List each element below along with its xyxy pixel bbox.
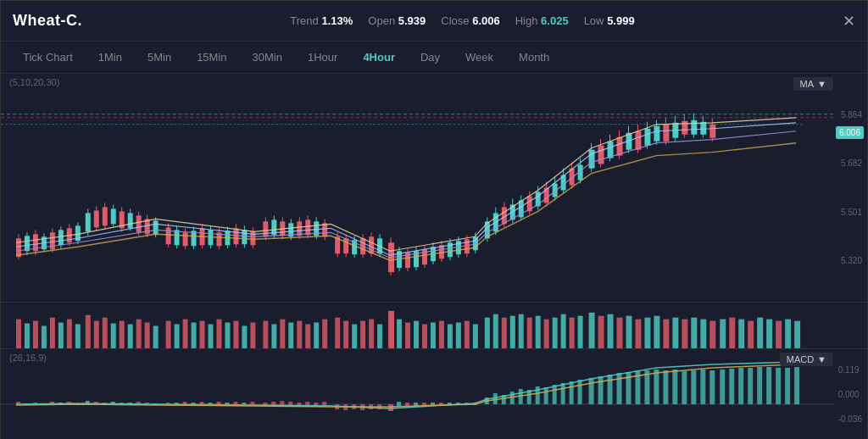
svg-rect-241: [691, 318, 697, 348]
svg-rect-213: [439, 321, 444, 348]
svg-rect-226: [553, 318, 558, 348]
price-stats: Trend 1.13% Open 5.939 Close 6.006 High …: [290, 14, 634, 27]
close-stat: Close 6.006: [441, 14, 499, 27]
candlestick-chart: [1, 74, 833, 302]
svg-rect-204: [360, 321, 365, 348]
svg-rect-170: [58, 323, 64, 348]
svg-rect-174: [94, 321, 99, 348]
svg-rect-189: [225, 323, 230, 348]
svg-rect-343: [785, 368, 790, 404]
svg-rect-317: [544, 387, 548, 404]
svg-rect-207: [388, 311, 394, 348]
svg-rect-138: [598, 146, 604, 164]
macd-chart: (26,16,9) MACD ▼ 0.119 0.000 -0.036: [1, 349, 867, 439]
svg-rect-311: [493, 393, 498, 404]
svg-rect-339: [748, 368, 753, 404]
svg-rect-330: [663, 370, 668, 404]
macd-price-axis: 0.119 0.000 -0.036: [838, 349, 862, 439]
svg-rect-333: [691, 370, 696, 404]
svg-rect-344: [794, 367, 799, 404]
svg-rect-182: [166, 321, 171, 348]
tab-week[interactable]: Week: [455, 46, 504, 69]
svg-rect-323: [598, 376, 604, 404]
svg-rect-320: [570, 381, 574, 404]
svg-rect-220: [502, 318, 507, 348]
svg-rect-196: [288, 323, 293, 348]
svg-rect-225: [544, 320, 549, 348]
svg-rect-216: [465, 321, 470, 348]
svg-rect-287: [280, 401, 284, 405]
volume-bars: [1, 303, 833, 348]
svg-rect-227: [561, 314, 566, 348]
open-stat: Open 5.939: [368, 14, 426, 27]
svg-rect-250: [776, 321, 782, 348]
tab-5min[interactable]: 5Min: [137, 46, 181, 69]
svg-rect-245: [729, 318, 735, 348]
svg-rect-222: [519, 314, 524, 348]
svg-rect-197: [297, 321, 302, 348]
svg-rect-283: [242, 403, 246, 404]
svg-rect-281: [225, 403, 229, 404]
svg-rect-229: [578, 316, 583, 348]
volume-chart: [1, 303, 867, 349]
svg-rect-221: [510, 316, 515, 348]
svg-rect-321: [578, 380, 582, 404]
trend-stat: Trend 1.13%: [290, 14, 353, 27]
svg-rect-335: [709, 370, 715, 404]
price-axis: 5.864 5.682 5.501 5.320: [841, 74, 862, 302]
svg-rect-181: [153, 325, 159, 348]
svg-rect-198: [305, 325, 310, 348]
tab-30min[interactable]: 30Min: [242, 46, 292, 69]
svg-rect-186: [200, 321, 205, 348]
svg-rect-234: [626, 316, 632, 348]
svg-rect-205: [369, 320, 374, 348]
ma-badge[interactable]: MA ▼: [793, 77, 833, 91]
svg-rect-238: [663, 320, 669, 348]
tab-1min[interactable]: 1Min: [88, 46, 132, 69]
svg-rect-178: [128, 325, 133, 348]
svg-rect-328: [644, 370, 649, 404]
svg-rect-331: [672, 370, 677, 404]
svg-rect-237: [654, 316, 659, 348]
svg-rect-194: [271, 325, 276, 348]
macd-badge[interactable]: MACD ▼: [780, 353, 833, 366]
tab-month[interactable]: Month: [509, 46, 559, 69]
svg-rect-233: [617, 318, 623, 348]
svg-rect-185: [192, 323, 197, 348]
svg-rect-219: [493, 314, 498, 348]
svg-rect-191: [242, 325, 247, 348]
svg-rect-319: [561, 383, 565, 404]
svg-rect-199: [314, 323, 319, 348]
svg-rect-251: [785, 320, 791, 348]
svg-rect-206: [377, 325, 382, 348]
svg-rect-341: [766, 367, 771, 404]
svg-rect-175: [103, 318, 108, 348]
tab-tick-chart[interactable]: Tick Chart: [13, 46, 83, 69]
svg-rect-280: [216, 402, 220, 404]
svg-rect-223: [527, 318, 532, 348]
close-button[interactable]: ✕: [843, 12, 855, 31]
svg-rect-200: [322, 320, 327, 348]
svg-rect-214: [448, 325, 453, 348]
svg-rect-336: [720, 370, 725, 404]
svg-rect-195: [280, 320, 285, 348]
tab-4hour[interactable]: 4Hour: [353, 46, 405, 69]
svg-rect-188: [216, 320, 221, 348]
svg-rect-301: [405, 403, 409, 406]
tab-15min[interactable]: 15Min: [186, 46, 236, 69]
svg-rect-172: [75, 325, 81, 348]
tab-bar: Tick Chart 1Min 5Min 15Min 30Min 1Hour 4…: [1, 42, 867, 74]
svg-rect-176: [111, 324, 116, 348]
tab-1hour[interactable]: 1Hour: [298, 46, 348, 69]
svg-rect-202: [343, 321, 348, 348]
svg-rect-209: [405, 323, 410, 348]
svg-rect-338: [738, 368, 743, 404]
svg-rect-252: [794, 321, 800, 348]
current-price-badge: 6.006: [836, 126, 864, 139]
svg-rect-248: [757, 318, 763, 348]
tab-day[interactable]: Day: [410, 46, 450, 69]
svg-rect-168: [42, 325, 47, 348]
svg-rect-235: [635, 320, 641, 348]
svg-rect-329: [654, 370, 659, 404]
svg-rect-179: [136, 320, 142, 348]
